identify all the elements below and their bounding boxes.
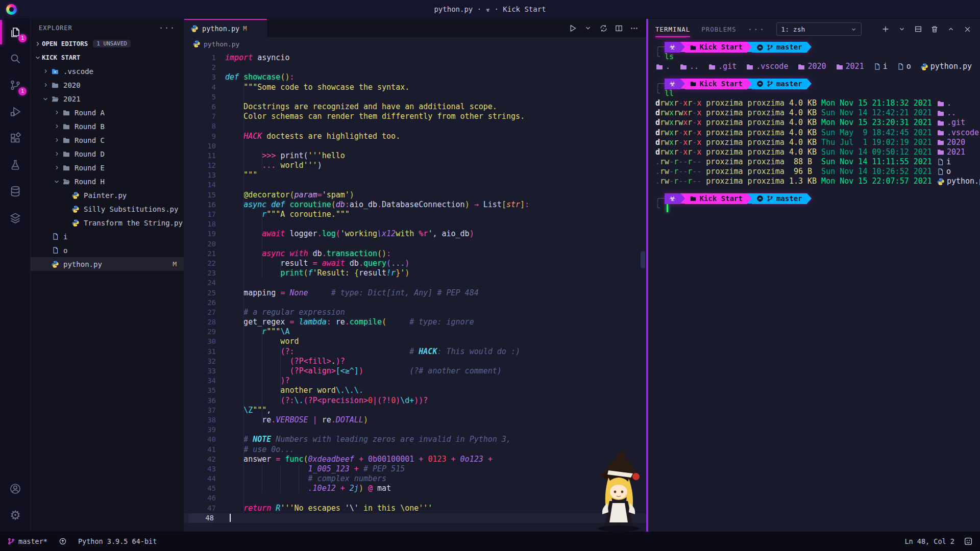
activity-item-search[interactable]	[0, 45, 31, 72]
code-line[interactable]: 48	[184, 513, 646, 523]
code-line[interactable]: 11 >>> print('''hello	[184, 151, 646, 161]
code-line[interactable]: 24	[184, 278, 646, 288]
code-line[interactable]: 23 print(f'Result: {result!r}')	[184, 268, 646, 278]
code-line[interactable]: 40 # NOTE Numbers with leading zeros are…	[184, 435, 646, 444]
tree-item-round-a[interactable]: Round A	[31, 106, 184, 119]
code-line[interactable]: 35 another word\.\.\.	[184, 386, 646, 395]
terminal-content[interactable]: ╭─☣Kick Startmaster╰ ls....git.vscode202…	[648, 39, 980, 532]
code-line[interactable]: 18	[184, 219, 646, 229]
code-line[interactable]: 46	[184, 493, 646, 503]
tree-item-round-h[interactable]: Round H	[31, 174, 184, 188]
code-line[interactable]: 30 word	[184, 337, 646, 346]
tree-item-python-py[interactable]: python.pyM	[31, 257, 184, 271]
code-line[interactable]: 31 (?: # HACK: This would do :)	[184, 347, 646, 357]
code-line[interactable]: 38 re.VERBOSE | re.DOTALL)	[184, 415, 646, 425]
activity-item-database[interactable]	[0, 178, 31, 205]
code-line[interactable]: 47 return R'''No escapes '\' in this \on…	[184, 504, 646, 513]
cursor-position-status[interactable]: Ln 48, Col 2	[904, 537, 954, 545]
code-line[interactable]: 25 mapping = None # type: Dict[int, Any]…	[184, 288, 646, 298]
code-line[interactable]: 27 # a regular expression	[184, 308, 646, 317]
split-editor-button[interactable]	[612, 22, 625, 34]
code-line[interactable]: 5	[184, 92, 646, 102]
editor-scrollbar[interactable]	[641, 251, 645, 268]
code-line[interactable]: 10	[184, 141, 646, 151]
tree-item-i[interactable]: i	[31, 230, 184, 243]
activity-item-layers[interactable]	[0, 205, 31, 231]
code-line[interactable]: 14	[184, 180, 646, 190]
activity-item-account[interactable]	[0, 475, 31, 502]
kill-terminal-button[interactable]	[929, 23, 940, 35]
tree-item-round-b[interactable]: Round B	[31, 119, 184, 133]
run-dropdown-button[interactable]	[582, 22, 594, 34]
tab-problems[interactable]: PROBLEMS	[701, 23, 736, 35]
code-line[interactable]: 37 \Z""",	[184, 406, 646, 415]
code-line[interactable]: 45 .10e12 + 2j) @ mat	[184, 484, 646, 493]
terminal-command-line[interactable]: ╰	[655, 204, 980, 213]
code-line[interactable]: 33 (?P<align>[<≥^]) (?# another comment)	[184, 366, 646, 376]
activity-item-source-control[interactable]: 1	[0, 72, 31, 98]
tree-item-2021[interactable]: 2021	[31, 92, 184, 106]
git-branch-status[interactable]: master*	[7, 537, 47, 545]
code-line[interactable]: 7 Color schemas can render them differen…	[184, 112, 646, 121]
code-line[interactable]: 8	[184, 121, 646, 131]
activity-item-settings[interactable]: ⚙	[0, 502, 31, 529]
code-line[interactable]: 36 (?:\.(?P<precision>0|(?!0)\d+))?	[184, 396, 646, 406]
tree-item-painter-py[interactable]: Painter.py	[31, 188, 184, 202]
code-line[interactable]: 26	[184, 298, 646, 308]
close-panel-button[interactable]	[962, 23, 973, 35]
activity-item-run-debug[interactable]	[0, 98, 31, 125]
code-line[interactable]: 42 answer = func(0xdeadbeef + 0b00100001…	[184, 455, 646, 464]
code-line[interactable]: 44 # complex numbers	[184, 474, 646, 484]
tree-item-round-c[interactable]: Round C	[31, 133, 184, 147]
terminal-dropdown-button[interactable]	[896, 23, 908, 35]
panel-more-tabs-button[interactable]: ···	[747, 24, 765, 34]
tab-python-py[interactable]: python.py M	[184, 19, 267, 37]
code-line[interactable]: 19 await logger.log('working\x12with %r'…	[184, 229, 646, 239]
new-terminal-button[interactable]	[880, 23, 891, 35]
code-line[interactable]: 17 r"""A coroutine."""	[184, 210, 646, 219]
code-line[interactable]: 2	[184, 63, 646, 72]
code-line[interactable]: 13 """	[184, 170, 646, 180]
tree-item-o[interactable]: o	[31, 243, 184, 257]
code-line[interactable]: 9 HACK doctests are highlighted too.	[184, 132, 646, 141]
activity-item-explorer[interactable]: 1	[0, 19, 31, 45]
code-line[interactable]: 1import asyncio	[184, 53, 646, 63]
code-line[interactable]: 34 )?	[184, 376, 646, 386]
code-area[interactable]: 1import asyncio23def showcase():4 """Som…	[184, 51, 646, 532]
code-line[interactable]: 43 1_005_123 + # PEP 515	[184, 464, 646, 474]
tree-item-2020[interactable]: 2020	[31, 78, 184, 92]
tree-item-round-d[interactable]: Round D	[31, 147, 184, 161]
breadcrumb[interactable]: python.py	[184, 37, 646, 51]
terminal-command-line[interactable]: ╰ ll	[655, 89, 980, 98]
code-line[interactable]: 39	[184, 425, 646, 435]
split-terminal-button[interactable]	[913, 23, 924, 35]
code-line[interactable]: 22 result = await db.query(...)	[184, 259, 646, 268]
feedback-status[interactable]	[964, 537, 973, 546]
tree-item--vscode[interactable]: .vscode	[31, 64, 184, 78]
code-line[interactable]: 21 async with db.transaction():	[184, 249, 646, 259]
code-line[interactable]: 32 (?P<fill>.)?	[184, 357, 646, 366]
code-line[interactable]: 3def showcase():	[184, 72, 646, 82]
run-alt-button[interactable]	[597, 22, 609, 34]
tree-item-transform-the-string-py[interactable]: Transform the String.py	[31, 216, 184, 230]
code-line[interactable]: 20	[184, 239, 646, 249]
run-button[interactable]	[567, 22, 579, 34]
code-line[interactable]: 12 ... world''')	[184, 161, 646, 170]
python-version-status[interactable]: Python 3.9.5 64-bit	[78, 537, 157, 545]
code-line[interactable]: 28 get_regex = lambda: re.compile( # typ…	[184, 317, 646, 327]
code-line[interactable]: 6 Docstrings are recognized and have an …	[184, 102, 646, 112]
code-line[interactable]: 29 r"""\A	[184, 327, 646, 337]
code-line[interactable]: 15 @decorator(param='spam')	[184, 190, 646, 200]
activity-item-extensions[interactable]	[0, 125, 31, 152]
explorer-more-actions-button[interactable]: ···	[159, 23, 176, 33]
tree-item-round-e[interactable]: Round E	[31, 161, 184, 174]
more-actions-button[interactable]	[628, 22, 640, 34]
code-line[interactable]: 41 # use 0o...	[184, 445, 646, 455]
activity-item-testing[interactable]	[0, 152, 31, 178]
code-line[interactable]: 16 async def coroutine(db:aio_db.Databas…	[184, 200, 646, 210]
open-editors-section[interactable]: OPEN EDITORS 1 UNSAVED	[31, 37, 184, 51]
shell-selector[interactable]: 1: zsh	[776, 22, 862, 36]
workspace-section[interactable]: KICK START	[31, 51, 184, 64]
sync-status[interactable]	[59, 537, 67, 545]
tree-item-silly-substitutions-py[interactable]: Silly Substitutions.py	[31, 202, 184, 216]
